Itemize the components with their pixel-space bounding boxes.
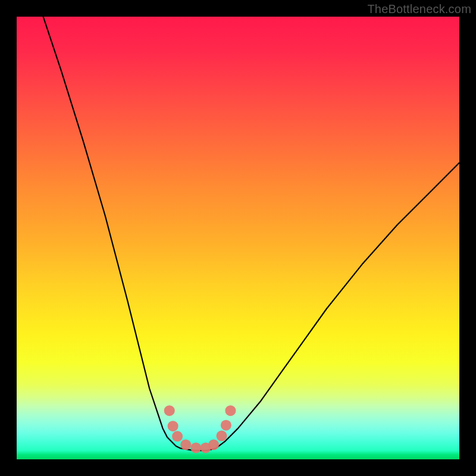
marker-dots bbox=[164, 405, 236, 453]
marker-dot bbox=[217, 431, 227, 441]
marker-dot bbox=[164, 405, 175, 416]
marker-dot bbox=[180, 439, 191, 450]
marker-dot bbox=[221, 420, 231, 431]
marker-dot bbox=[172, 431, 183, 441]
curve-path bbox=[43, 17, 459, 450]
watermark-text: TheBottleneck.com bbox=[367, 2, 471, 16]
marker-dot bbox=[225, 405, 236, 416]
bottleneck-curve bbox=[43, 17, 459, 450]
marker-dot bbox=[168, 421, 178, 431]
marker-dot bbox=[208, 439, 219, 450]
plot-area bbox=[17, 17, 459, 459]
chart-frame: TheBottleneck.com bbox=[0, 0, 476, 476]
marker-dot bbox=[190, 443, 201, 453]
curve-layer bbox=[17, 17, 459, 459]
